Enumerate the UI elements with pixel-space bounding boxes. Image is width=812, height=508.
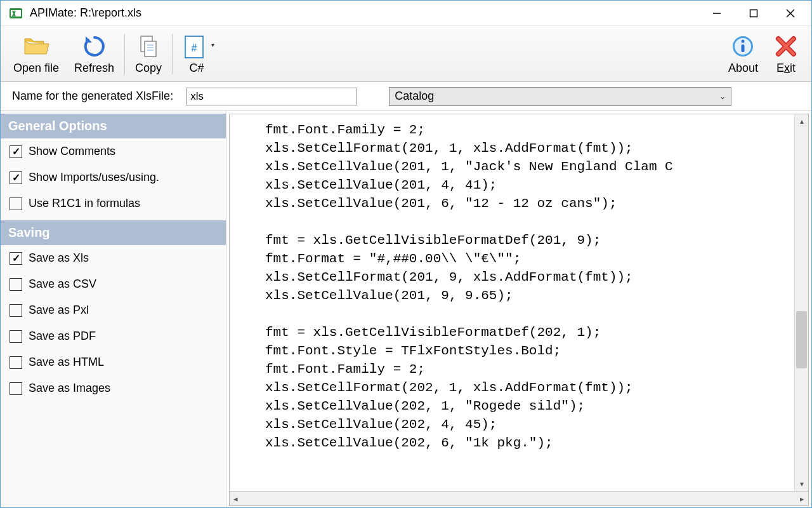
toolbar-separator <box>172 34 173 74</box>
save-as-xls-checkbox[interactable]: Save as Xls <box>1 245 226 271</box>
exit-label: Exit <box>776 62 796 75</box>
copy-icon <box>136 32 161 60</box>
svg-rect-16 <box>742 44 745 52</box>
svg-rect-7 <box>145 41 156 57</box>
checkbox-label: Save as PDF <box>29 330 96 343</box>
checkbox-icon <box>10 304 22 317</box>
minimize-button[interactable] <box>698 1 735 26</box>
csharp-icon: # ▾ <box>183 32 211 60</box>
refresh-button[interactable]: Refresh <box>67 28 122 80</box>
scroll-right-icon: ▸ <box>800 494 804 504</box>
copy-label: Copy <box>135 62 162 75</box>
scroll-left-icon: ◂ <box>233 494 238 504</box>
refresh-label: Refresh <box>74 62 114 75</box>
controlbar: Name for the generated XlsFile: Catalog … <box>1 82 811 111</box>
checkbox-label: Save as Pxl <box>29 304 89 317</box>
checkbox-icon <box>10 197 22 210</box>
checkbox-icon <box>10 145 22 158</box>
code-pane[interactable]: fmt.Font.Family = 2; xls.SetCellFormat(2… <box>229 114 809 491</box>
close-icon <box>773 32 799 60</box>
titlebar: APIMate: R:\report.xls <box>1 1 811 26</box>
xlsfile-name-label: Name for the generated XlsFile: <box>12 90 173 103</box>
toolbar: Open file Refresh Copy # <box>1 26 811 82</box>
save-as-images-checkbox[interactable]: Save as Images <box>1 375 226 401</box>
save-as-pxl-checkbox[interactable]: Save as Pxl <box>1 297 226 323</box>
save-as-html-checkbox[interactable]: Save as HTML <box>1 349 226 375</box>
scroll-thumb[interactable] <box>796 311 807 368</box>
sheet-combo-value: Catalog <box>395 90 434 103</box>
main-area: General Options Show Comments Show Impor… <box>1 111 811 508</box>
refresh-icon <box>82 32 107 60</box>
save-as-pdf-checkbox[interactable]: Save as PDF <box>1 323 226 349</box>
horizontal-scrollbar[interactable]: ◂ ▸ <box>229 491 809 506</box>
copy-button[interactable]: Copy <box>128 28 169 80</box>
saving-header: Saving <box>1 220 226 245</box>
svg-text:#: # <box>192 43 197 53</box>
checkbox-label: Show Imports/uses/using. <box>29 171 159 184</box>
svg-point-15 <box>742 40 745 43</box>
checkbox-icon <box>10 278 22 291</box>
app-icon <box>8 6 23 21</box>
checkbox-icon <box>10 252 22 265</box>
checkbox-label: Save as HTML <box>29 356 104 369</box>
show-imports-checkbox[interactable]: Show Imports/uses/using. <box>1 164 226 190</box>
checkbox-label: Use R1C1 in formulas <box>29 197 140 210</box>
exit-button[interactable]: Exit <box>766 28 806 80</box>
scroll-up-icon: ▴ <box>795 114 808 128</box>
vertical-scrollbar[interactable]: ▴ ▾ <box>794 114 808 491</box>
sidebar: General Options Show Comments Show Impor… <box>1 111 226 508</box>
folder-open-icon <box>22 32 50 60</box>
language-label: C# <box>190 62 204 75</box>
use-r1c1-checkbox[interactable]: Use R1C1 in formulas <box>1 190 226 217</box>
checkbox-label: Save as CSV <box>29 277 96 291</box>
open-file-button[interactable]: Open file <box>6 28 67 80</box>
info-icon <box>730 32 756 60</box>
save-as-csv-checkbox[interactable]: Save as CSV <box>1 271 226 297</box>
chevron-down-icon: ⌄ <box>719 92 726 101</box>
window-controls <box>698 1 809 26</box>
checkbox-icon <box>10 330 22 343</box>
xlsfile-name-input[interactable] <box>186 88 357 105</box>
checkbox-icon <box>10 356 22 369</box>
window-title: APIMate: R:\report.xls <box>30 6 698 20</box>
about-label: About <box>728 62 758 75</box>
sheet-combo[interactable]: Catalog ⌄ <box>389 87 731 106</box>
close-button[interactable] <box>772 1 809 26</box>
general-options-header: General Options <box>1 114 226 138</box>
scroll-down-icon: ▾ <box>795 477 808 491</box>
open-file-label: Open file <box>13 62 59 75</box>
checkbox-icon <box>10 382 22 395</box>
maximize-button[interactable] <box>735 1 772 26</box>
code-area: fmt.Font.Family = 2; xls.SetCellFormat(2… <box>226 111 811 508</box>
about-button[interactable]: About <box>721 28 766 80</box>
toolbar-separator <box>124 34 125 74</box>
language-button[interactable]: # ▾ C# <box>175 28 218 80</box>
checkbox-label: Save as Images <box>29 382 110 395</box>
svg-rect-3 <box>750 10 757 17</box>
chevron-down-icon: ▾ <box>211 41 214 48</box>
checkbox-label: Show Comments <box>29 145 115 158</box>
show-comments-checkbox[interactable]: Show Comments <box>1 138 226 164</box>
checkbox-icon <box>10 171 22 184</box>
checkbox-label: Save as Xls <box>29 251 89 265</box>
